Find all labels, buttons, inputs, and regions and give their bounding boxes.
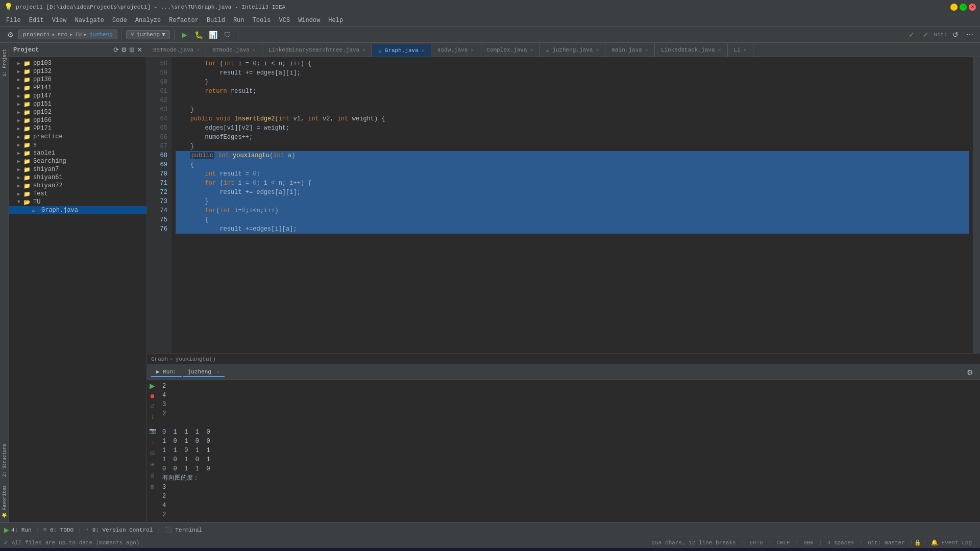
run-print-btn[interactable]: 🖨 [149, 471, 157, 480]
tree-item-saolei[interactable]: ▶ 📁 saolei [9, 149, 146, 157]
run-filter-btn[interactable]: ⊟ [149, 449, 157, 457]
run-settings-btn[interactable]: ⚙ [964, 366, 976, 379]
tree-item-pp103[interactable]: ▶ 📁 pp103 [9, 59, 146, 67]
toolbar-git-check[interactable]: ✓ [905, 29, 918, 41]
vtab-structure[interactable]: 2: Structure [1, 440, 8, 481]
toolbar-git-check2[interactable]: ✓ [920, 29, 932, 41]
maximize-button[interactable]: □ [960, 4, 967, 11]
taskbar-mail[interactable]: ✉ [106, 549, 125, 551]
run-table-btn[interactable]: ⊞ [149, 460, 157, 468]
tree-item-pp151[interactable]: ▶ 📁 pp151 [9, 100, 146, 108]
undo-button[interactable]: ↺ [949, 29, 962, 41]
tab-close-Li[interactable]: ✕ [744, 47, 747, 53]
vtab-project[interactable]: 1: Project [1, 45, 8, 81]
taskbar-task-view[interactable]: ▣ [45, 549, 63, 551]
toolbar-settings[interactable]: ⚙ [4, 29, 16, 41]
menu-build[interactable]: Build [203, 16, 229, 25]
tab-close-Graph[interactable]: ✕ [422, 47, 425, 54]
tab-close-LinkedBST[interactable]: ✕ [362, 47, 365, 53]
tree-item-pp147[interactable]: ▶ 📁 pp147 [9, 92, 146, 100]
run-tab-close[interactable]: ✕ [216, 369, 219, 375]
tree-item-s[interactable]: ▶ 📁 s [9, 141, 146, 149]
menu-analyze[interactable]: Analyze [131, 16, 165, 25]
close-button[interactable]: ✕ [969, 4, 976, 11]
tab-BTNode[interactable]: BTNode.java ✕ [206, 43, 262, 57]
run-button[interactable]: ▶ [179, 29, 191, 41]
breadcrumb-graph[interactable]: Graph [151, 356, 168, 362]
run-tab-run[interactable]: ▶ Run: [151, 367, 182, 377]
tree-item-TU[interactable]: ▼ 📂 TU [9, 198, 146, 206]
sidebar-expand-btn[interactable]: ⊞ [129, 46, 135, 54]
tree-item-shiyan7[interactable]: ▶ 📁 shiyan7 [9, 165, 146, 173]
menu-run[interactable]: Run [229, 16, 249, 25]
tree-item-shiyan72[interactable]: ▶ 📁 shiyan72 [9, 182, 146, 190]
tab-close-Complex[interactable]: ✕ [530, 47, 533, 53]
run-restart-btn[interactable]: ↺ [149, 402, 157, 410]
sidebar-cog-btn[interactable]: ⚙ [121, 46, 127, 54]
breadcrumb-method[interactable]: youxiangtu() [176, 356, 216, 362]
menu-navigate[interactable]: Navigate [70, 16, 108, 25]
status-event-log[interactable]: 🔔 Event Log [927, 539, 976, 546]
menu-refactor[interactable]: Refactor [165, 16, 203, 25]
tab-close-asdw[interactable]: ✕ [471, 47, 474, 53]
run-list-btn[interactable]: ≡ [149, 438, 157, 446]
tab-LinkedBinarySearchTree[interactable]: LinkedBinarySearchTree.java ✕ [262, 43, 372, 57]
tab-close-BTNode[interactable]: ✕ [253, 47, 256, 53]
run-camera-btn[interactable]: 📷 [149, 427, 157, 435]
tab-main[interactable]: main.java ✕ [605, 43, 654, 57]
tree-item-practice[interactable]: ▶ 📁 practice [9, 133, 146, 141]
tree-item-searching[interactable]: ▶ 📁 Searching [9, 157, 146, 165]
vtab-favorites[interactable]: ⭐ Favorites [1, 481, 8, 522]
tab-close-main[interactable]: ✕ [645, 47, 648, 53]
taskbar-store[interactable]: 🛍 [167, 549, 186, 551]
taskbar-chat[interactable]: 💬 [147, 549, 165, 551]
branch-selector[interactable]: ⑂ juzheng ▼ [126, 30, 170, 39]
minimize-button[interactable]: － [950, 4, 958, 11]
menu-file[interactable]: File [2, 16, 25, 25]
taskbar-notification[interactable]: 💬 [958, 549, 976, 551]
menu-edit[interactable]: Edit [25, 16, 48, 25]
menu-window[interactable]: Window [294, 16, 324, 25]
tab-close-BSTNode[interactable]: ✕ [197, 47, 200, 53]
tab-juzheng[interactable]: ☕ juzheng.java ✕ [540, 43, 606, 57]
run-play-btn[interactable]: ▶ [149, 382, 157, 390]
taskbar-browser[interactable]: 🌐 [86, 549, 104, 551]
tab-Li[interactable]: Li ✕ [728, 43, 753, 57]
tab-close-juzheng[interactable]: ✕ [596, 47, 599, 53]
tab-asdw[interactable]: asdw.java ✕ [431, 43, 480, 57]
taskbar-start[interactable]: ⊞ [4, 549, 22, 551]
run-tab-juzheng[interactable]: juzheng ✕ [183, 368, 225, 377]
tree-item-pp132[interactable]: ▶ 📁 pp132 [9, 67, 146, 76]
tab-Graph[interactable]: ☕ Graph.java ✕ [372, 44, 431, 57]
run-stop-btn[interactable]: ■ [149, 392, 157, 400]
menu-help[interactable]: Help [324, 16, 347, 25]
run-scroll-down-btn[interactable]: ↓ [149, 412, 157, 420]
taskbar-maps[interactable]: 🗺 [127, 549, 145, 551]
taskbar-search[interactable]: 🔍 [24, 549, 43, 551]
tab-close-LinkedStack[interactable]: ✕ [718, 47, 721, 53]
tree-item-PP171[interactable]: ▶ 📁 PP171 [9, 124, 146, 133]
debug-button[interactable]: 🐛 [193, 29, 205, 41]
toolbar-more[interactable]: ⋯ [964, 29, 976, 41]
code-content[interactable]: for (int i = 0; i < n; i++) { result += … [172, 57, 973, 353]
bottom-run-btn[interactable]: ▶ [4, 526, 9, 534]
tree-item-test[interactable]: ▶ 📁 Test [9, 190, 146, 198]
menu-tools[interactable]: Tools [249, 16, 275, 25]
run-clear-btn[interactable]: 🗑 [149, 483, 157, 491]
tree-item-pp166[interactable]: ▶ 📁 pp166 [9, 116, 146, 124]
tab-BSTNode[interactable]: BSTNode.java ✕ [147, 43, 206, 57]
tab-Complex[interactable]: Complex.java ✕ [480, 43, 540, 57]
tree-item-graph-java[interactable]: ☕ Graph.java [9, 206, 146, 214]
menu-view[interactable]: View [48, 16, 71, 25]
tree-item-PP141[interactable]: ▶ 📁 PP141 [9, 84, 146, 92]
taskbar-cooler[interactable]: ❄ [65, 549, 84, 551]
coverage-button[interactable]: 🛡 [222, 29, 234, 41]
sidebar-sync-btn[interactable]: ⟳ [113, 46, 119, 54]
menu-code[interactable]: Code [108, 16, 131, 25]
menu-vcs[interactable]: VCS [275, 16, 295, 25]
sidebar-close-btn[interactable]: ✕ [137, 46, 142, 54]
tree-item-shiyan61[interactable]: ▶ 📁 shiyan61 [9, 173, 146, 182]
tree-item-pp136[interactable]: ▶ 📁 pp136 [9, 76, 146, 84]
profile-button[interactable]: 📊 [207, 29, 219, 41]
tab-LinkedStack[interactable]: LinkedStack.java ✕ [655, 43, 728, 57]
